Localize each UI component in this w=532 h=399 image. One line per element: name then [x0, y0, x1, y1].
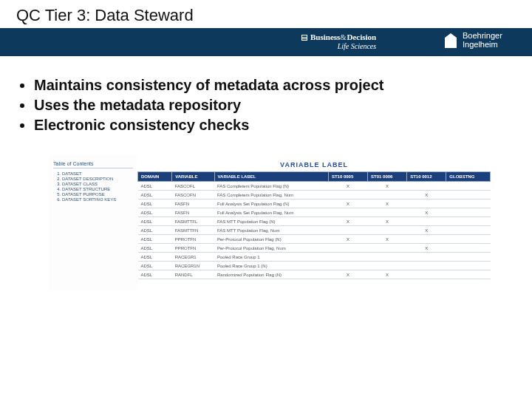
variable-table: DOMAINVARIABLEVARIABLE LABELST10 0005ST0… [137, 171, 491, 279]
table-row: ADSLFASMTTFNFAS MTT Population Flag, Num… [138, 226, 491, 235]
cell: X [407, 208, 446, 217]
table-panel: VARIABLE LABEL DOMAINVARIABLEVARIABLE LA… [137, 155, 491, 291]
toc-item: DATASET DESCRIPTION [62, 177, 133, 181]
column-header: DOMAIN [138, 172, 172, 182]
table-row: ADSLFASFNFull Analysis Set Population Fl… [138, 200, 491, 208]
cell [446, 262, 491, 270]
cell: Pooled Race Group 1 (N) [214, 262, 328, 270]
cell: PPROTFN [172, 235, 214, 244]
page-title: QC Tier 3: Data Steward [16, 6, 194, 25]
cell: Full Analysis Set Population Flag (N) [214, 200, 328, 208]
column-header: ST10 0012 [407, 172, 446, 182]
cell: X [407, 226, 446, 235]
table-row: ADSLFASCOFLFAS Completers Population Fla… [138, 182, 491, 191]
cell [407, 262, 446, 270]
cell [368, 262, 407, 270]
bullet-item: Electronic consistency checks [34, 117, 384, 134]
table-row: ADSLFASMTTFLFAS MTT Population Flag (N)X… [138, 217, 491, 226]
cell: FASMTTFL [172, 217, 214, 226]
cell [446, 217, 491, 226]
cell: ADSL [138, 244, 172, 253]
toc-item: DATASET CLASS [62, 182, 133, 186]
cell: ADSL [138, 208, 172, 217]
toc-panel: Table of Contents DATASET DATASET DESCRI… [49, 155, 137, 291]
cell [446, 200, 491, 208]
cell [446, 270, 491, 279]
cell: FASCOFN [172, 191, 214, 200]
cell [407, 253, 446, 262]
toc-item: DATASET PURPOSE [62, 192, 133, 197]
cell: X [328, 270, 367, 279]
cell: ADSL [138, 253, 172, 262]
cell [368, 244, 407, 253]
table-row: ADSLFASFNFull Analysis Set Population Fl… [138, 208, 491, 217]
bullet-item: Uses the metadata repository [34, 97, 384, 114]
toc-item: DATASET [62, 171, 133, 176]
column-header: VARIABLE LABEL [214, 172, 328, 182]
toc-item: DATASET SORTING KEYS [62, 197, 133, 202]
cell [446, 226, 491, 235]
cell: X [328, 182, 367, 191]
cell: ADSL [138, 262, 172, 270]
cell: FAS MTT Population Flag, Num [214, 226, 328, 235]
cell: RACEGR1N [172, 262, 214, 270]
cell: Randomized Population Flag (N) [214, 270, 328, 279]
cell [328, 244, 367, 253]
cell: X [368, 217, 407, 226]
cell [446, 244, 491, 253]
cell: X [407, 191, 446, 200]
cell: X [328, 217, 367, 226]
bullet-item: Maintains consistency of metadata across… [34, 77, 384, 94]
cell: Per-Protocol Population Flag (N) [214, 235, 328, 244]
cell: FAS Completers Population Flag (N) [214, 182, 328, 191]
cell: FAS Completers Population Flag, Num [214, 191, 328, 200]
cell: ADSL [138, 182, 172, 191]
cell: ADSL [138, 235, 172, 244]
cell: Pooled Race Group 1 [214, 253, 328, 262]
cell [446, 208, 491, 217]
cell [407, 235, 446, 244]
cell: FASMTTFN [172, 226, 214, 235]
cell: ADSL [138, 200, 172, 208]
table-row: ADSLRACEGR1NPooled Race Group 1 (N) [138, 262, 491, 270]
cell [407, 217, 446, 226]
cell: FASFN [172, 200, 214, 208]
slide: QC Tier 3: Data Steward Business&Decisio… [0, 0, 532, 399]
logo-business-decision: Business&Decision Life Sciences [301, 33, 376, 50]
building-icon [443, 32, 458, 48]
cell [446, 235, 491, 244]
cell [328, 208, 367, 217]
embedded-screenshot: Table of Contents DATASET DATASET DESCRI… [49, 155, 491, 291]
cell: FASFN [172, 208, 214, 217]
table-row: ADSLRANDFLRandomized Population Flag (N)… [138, 270, 491, 279]
table-row: ADSLRACEGR1Pooled Race Group 1 [138, 253, 491, 262]
cell: FAS MTT Population Flag (N) [214, 217, 328, 226]
cell: X [328, 200, 367, 208]
table-title: VARIABLE LABEL [137, 155, 491, 171]
cell: RANDFL [172, 270, 214, 279]
cell [446, 182, 491, 191]
column-header: VARIABLE [172, 172, 214, 182]
cell [368, 226, 407, 235]
cell [368, 253, 407, 262]
toc-item: DATASET STRUCTURE [62, 187, 133, 191]
table-row: ADSLPPROTFNPer-Protocol Population Flag … [138, 235, 491, 244]
column-header: ST10 0005 [328, 172, 367, 182]
logo2-line2: Ingelheim [463, 40, 502, 49]
cell [407, 200, 446, 208]
cell: Per-Protocol Population Flag, Num [214, 244, 328, 253]
cell [407, 270, 446, 279]
cell [407, 182, 446, 191]
cell: X [368, 235, 407, 244]
table-row: ADSLFASCOFNFAS Completers Population Fla… [138, 191, 491, 200]
table-row: ADSLPPROTFNPer-Protocol Population Flag,… [138, 244, 491, 253]
cell [328, 191, 367, 200]
cell: ADSL [138, 191, 172, 200]
logo2-line1: Boehringer [463, 31, 502, 40]
cell [328, 262, 367, 270]
column-header: GLOBSTNG [446, 172, 491, 182]
column-header: ST01 0006 [368, 172, 407, 182]
cell: PPROTFN [172, 244, 214, 253]
cell: X [328, 235, 367, 244]
cell [328, 226, 367, 235]
